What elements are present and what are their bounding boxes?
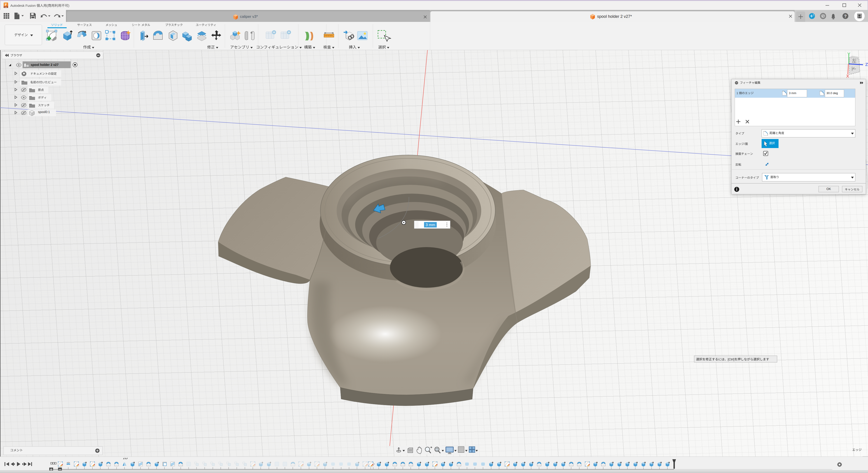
svg-text:Z: Z (865, 62, 868, 67)
svg-text:Y: Y (847, 52, 850, 57)
svg-text:?: ? (844, 14, 847, 19)
svg-text:X: X (846, 74, 849, 78)
svg-text:FUS: FUS (5, 6, 7, 8)
svg-text:3 mm: 3 mm (426, 223, 435, 227)
svg-text:F: F (5, 3, 7, 6)
